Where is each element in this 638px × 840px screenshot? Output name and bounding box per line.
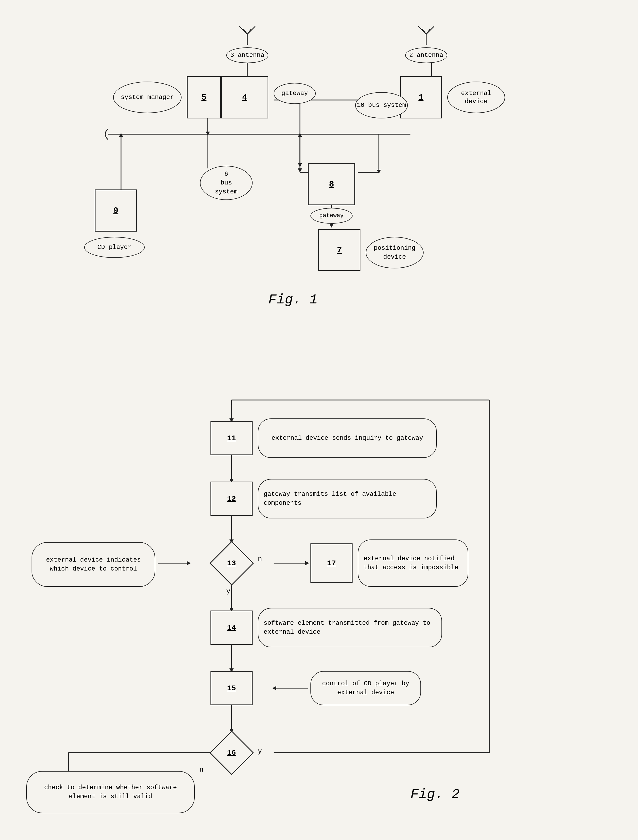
box-1: 1 bbox=[400, 76, 442, 118]
svg-marker-60 bbox=[187, 561, 191, 565]
svg-line-30 bbox=[243, 29, 247, 34]
antenna-2-label: 2 antenna bbox=[405, 47, 447, 63]
system-manager-label: system manager bbox=[113, 82, 182, 113]
box-12-desc: gateway transmits list of available comp… bbox=[258, 479, 437, 518]
svg-marker-19 bbox=[298, 163, 302, 167]
bus-system-6-label: 6bussystem bbox=[200, 166, 253, 200]
box-14-desc: software element transmitted from gatewa… bbox=[258, 608, 442, 647]
box-4: 4 bbox=[221, 76, 268, 118]
bus-system-10-label: 10 bus system bbox=[355, 92, 408, 118]
check-software-valid: check to determine whether software elem… bbox=[26, 771, 195, 813]
antenna-2-symbol bbox=[413, 21, 439, 47]
antenna-3: 3 antenna bbox=[221, 21, 273, 63]
box-12: 12 bbox=[210, 482, 253, 516]
diamond-16-y-label: y bbox=[258, 747, 262, 755]
box-17-desc: external device notified that access is … bbox=[358, 540, 468, 587]
diamond-13: 13 bbox=[210, 542, 253, 584]
svg-marker-17 bbox=[119, 133, 123, 137]
diamond-13-y-label: y bbox=[226, 587, 231, 595]
box-15: 15 bbox=[210, 671, 253, 705]
box-11-desc: external device sends inquiry to gateway bbox=[258, 418, 437, 458]
svg-line-31 bbox=[247, 29, 251, 34]
svg-line-36 bbox=[426, 29, 430, 34]
svg-marker-46 bbox=[305, 561, 309, 565]
box-7: 7 bbox=[318, 229, 360, 271]
box-9: 9 bbox=[95, 189, 137, 232]
fig-2-label: Fig. 2 bbox=[411, 787, 460, 802]
gateway-8-label: gateway bbox=[310, 208, 352, 224]
figure-1-container: 3 antenna 2 antenna 1 external device bbox=[16, 16, 622, 371]
svg-marker-13 bbox=[206, 131, 210, 136]
box-11: 11 bbox=[210, 421, 253, 455]
svg-marker-22 bbox=[377, 170, 381, 174]
diamond-13-n-label: n bbox=[258, 555, 262, 563]
svg-marker-58 bbox=[272, 686, 276, 690]
svg-marker-25 bbox=[329, 224, 333, 227]
diamond-16-n-label: n bbox=[199, 766, 204, 774]
antenna-3-symbol bbox=[234, 21, 261, 47]
box-5: 5 bbox=[187, 76, 221, 118]
antenna-3-label: 3 antenna bbox=[226, 47, 268, 63]
box-14: 14 bbox=[210, 611, 253, 645]
page: 3 antenna 2 antenna 1 external device bbox=[0, 0, 638, 840]
box-8: 8 bbox=[308, 163, 355, 205]
figure-2-container: 11 external device sends inquiry to gate… bbox=[16, 392, 622, 840]
svg-marker-9 bbox=[298, 169, 302, 172]
positioning-device-label: positioning device bbox=[366, 237, 423, 268]
diamond-16: 16 bbox=[210, 731, 253, 774]
external-device-indicates: external device indicates which device t… bbox=[32, 542, 155, 587]
gateway-4-label: gateway bbox=[273, 83, 316, 104]
control-cd-player: control of CD player by external device bbox=[310, 671, 421, 705]
cd-player-label: CD player bbox=[84, 237, 145, 258]
box-17: 17 bbox=[310, 543, 352, 583]
fig-1-label: Fig. 1 bbox=[268, 292, 317, 308]
antenna-2: 2 antenna bbox=[400, 21, 453, 63]
external-device-label: external device bbox=[447, 82, 505, 113]
svg-marker-20 bbox=[298, 133, 302, 137]
svg-line-35 bbox=[422, 29, 426, 34]
